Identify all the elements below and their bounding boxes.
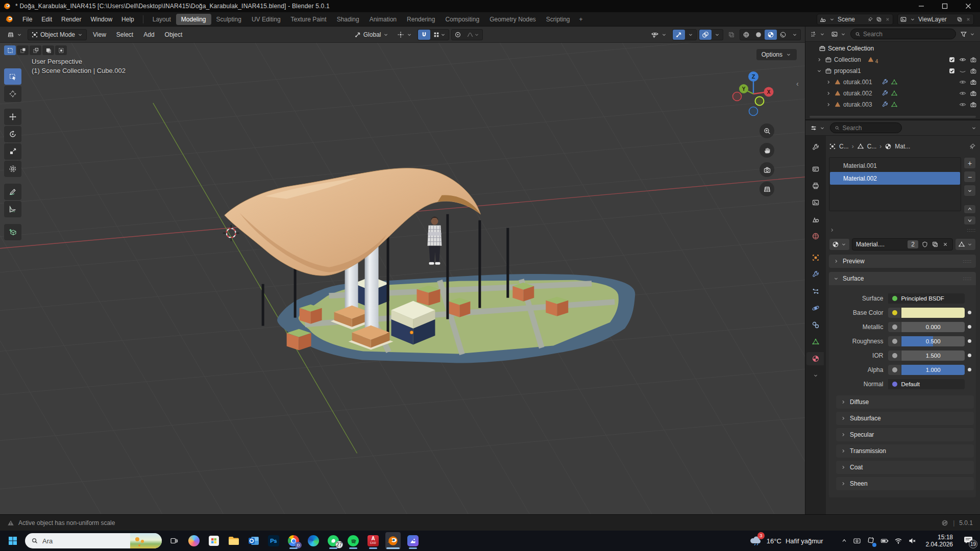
delete-scene-icon[interactable] <box>885 16 891 22</box>
outliner-row-collection[interactable]: Collection 4 <box>805 54 980 65</box>
blender-taskbar-icon[interactable] <box>385 532 401 549</box>
workspace-tab-rendering[interactable]: Rendering <box>402 14 440 25</box>
editor-type-button[interactable] <box>4 30 26 40</box>
bench-large[interactable] <box>391 301 435 345</box>
roughness-slider[interactable]: 0.500 <box>901 336 965 346</box>
orthographic-toggle-button[interactable] <box>760 182 774 196</box>
new-material-icon[interactable] <box>932 241 939 248</box>
expand-chevron[interactable] <box>825 102 832 108</box>
outliner-search-input[interactable] <box>863 31 951 38</box>
resize-grip[interactable]: ::::: <box>967 228 976 233</box>
outliner-filter-id-dropdown[interactable] <box>829 30 848 39</box>
copilot-icon[interactable] <box>186 532 202 549</box>
expand-chevron[interactable] <box>825 90 832 96</box>
properties-editor-type-dropdown[interactable] <box>808 123 827 133</box>
weather-widget[interactable]: 3 16°C Hafif yağmur <box>749 535 823 547</box>
breadcrumb-mesh[interactable]: C... <box>867 143 877 150</box>
outliner-row-oturak-003[interactable]: oturak.003 <box>805 99 980 110</box>
shading-rendered-button[interactable] <box>777 30 789 40</box>
tab-output[interactable] <box>807 179 824 192</box>
edge-icon[interactable] <box>306 532 321 549</box>
outliner-search[interactable] <box>850 29 956 39</box>
expand-right-icon[interactable] <box>829 227 835 233</box>
panel-surface[interactable]: Surface ::::: <box>829 272 976 285</box>
outliner-row-oturak-002[interactable]: oturak.002 <box>805 88 980 99</box>
metallic-socket[interactable] <box>888 322 901 332</box>
menu-window[interactable]: Window <box>86 14 117 25</box>
select-extend-button[interactable] <box>17 45 29 55</box>
outliner-display-mode-dropdown[interactable] <box>808 30 827 39</box>
show-gizmo-toggle[interactable] <box>673 30 685 40</box>
material-name-field[interactable]: Material.... 2 <box>852 238 953 251</box>
camera-render-icon[interactable] <box>970 90 977 97</box>
taskbar-search[interactable] <box>25 533 162 548</box>
shading-wireframe-button[interactable] <box>740 30 752 40</box>
menu-help[interactable]: Help <box>117 14 139 25</box>
browse-material-button[interactable] <box>829 238 850 251</box>
navigation-gizmo[interactable]: Z Y X <box>729 69 778 118</box>
tab-render[interactable] <box>807 162 824 176</box>
whatsapp-icon[interactable]: 27 <box>326 532 341 549</box>
eye-icon[interactable] <box>959 90 966 97</box>
eye-icon[interactable] <box>959 56 966 63</box>
animate-alpha-dot[interactable] <box>965 368 974 371</box>
workspace-tab-uv-editing[interactable]: UV Editing <box>247 14 286 25</box>
battery-icon[interactable] <box>880 537 889 545</box>
outliner-row-proposal1[interactable]: proposal1 <box>805 65 980 77</box>
proportional-falloff-dropdown[interactable] <box>464 30 482 40</box>
pin-icon[interactable] <box>969 143 976 150</box>
panel-transmission[interactable]: Transmission <box>836 444 974 458</box>
workspace-tab-animation[interactable]: Animation <box>364 14 402 25</box>
show-overlays-toggle[interactable] <box>699 30 712 40</box>
menu-render[interactable]: Render <box>57 14 86 25</box>
select-set-button[interactable] <box>4 45 16 55</box>
panel-grip[interactable]: ::::: <box>963 259 972 264</box>
autocad-icon[interactable]: A CAD <box>365 532 381 549</box>
eye-icon[interactable] <box>959 101 966 108</box>
workspace-tab-scripting[interactable]: Scripting <box>541 14 575 25</box>
animate-metallic-dot[interactable] <box>965 325 974 329</box>
remove-slot-button[interactable]: − <box>964 171 976 183</box>
tool-cursor[interactable] <box>4 86 21 102</box>
tool-add-cube[interactable] <box>4 224 21 240</box>
select-invert-button[interactable] <box>42 45 54 55</box>
panel-specular[interactable]: Specular <box>836 428 974 441</box>
chrome-icon[interactable]: D <box>286 532 301 549</box>
volume-muted-icon[interactable] <box>908 537 916 545</box>
alpha-slider[interactable]: 1.000 <box>901 365 965 375</box>
options-dropdown[interactable]: Options <box>756 49 797 60</box>
expand-chevron[interactable] <box>825 79 832 85</box>
task-view-button[interactable] <box>166 532 182 549</box>
3d-scene[interactable] <box>0 43 805 514</box>
taskbar-search-input[interactable] <box>42 537 109 545</box>
maximize-button[interactable] <box>933 0 957 12</box>
overlays-dropdown[interactable] <box>712 30 723 40</box>
tool-annotate[interactable] <box>4 184 21 200</box>
workspace-tab-texture-paint[interactable]: Texture Paint <box>286 14 332 25</box>
close-button[interactable] <box>957 0 980 12</box>
breadcrumb-object[interactable]: C... <box>839 143 849 150</box>
microsoft-store-icon[interactable] <box>206 532 222 549</box>
photos-icon[interactable] <box>405 532 421 549</box>
snap-toggle[interactable] <box>418 30 430 40</box>
camera-render-icon[interactable] <box>970 56 977 63</box>
shading-material-preview-button[interactable] <box>765 30 777 40</box>
menu-object[interactable]: Object <box>161 29 187 40</box>
menu-add[interactable]: Add <box>139 29 158 40</box>
tool-transform[interactable] <box>4 161 21 177</box>
photoshop-icon[interactable]: Ps <box>266 532 281 549</box>
panel-subsurface[interactable]: Subsurface <box>836 412 974 425</box>
properties-search[interactable] <box>830 122 902 133</box>
tab-particles[interactable] <box>807 285 824 298</box>
transform-orientation-dropdown[interactable]: Global <box>351 30 393 40</box>
workspace-tab-modeling[interactable]: Modeling <box>176 14 211 25</box>
tool-tweak-select[interactable] <box>4 68 21 85</box>
link-mesh-material-button[interactable] <box>955 238 976 251</box>
tool-rotate[interactable] <box>4 126 21 142</box>
add-workspace-button[interactable]: + <box>575 14 587 25</box>
tab-object-data[interactable] <box>807 335 824 348</box>
menu-select[interactable]: Select <box>112 29 137 40</box>
minimize-button[interactable] <box>910 0 933 12</box>
material-slot-002[interactable]: Material.002 <box>830 172 960 185</box>
tab-tool[interactable] <box>807 141 824 154</box>
